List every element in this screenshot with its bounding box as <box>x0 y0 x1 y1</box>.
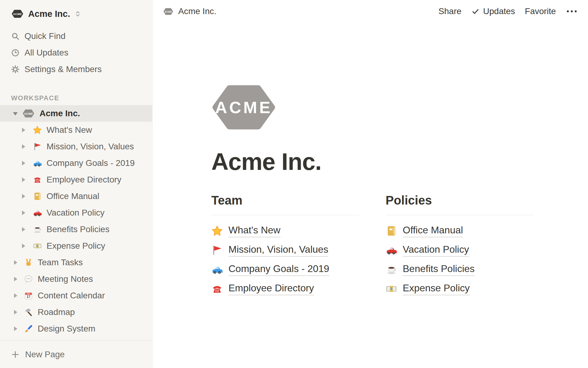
sidebar-page-benefits-policies[interactable]: Benefits Policies <box>0 221 152 238</box>
svg-text:ACME: ACME <box>13 13 22 16</box>
sidebar-page-label: Roadmap <box>38 307 75 317</box>
sidebar-page-employee-directory[interactable]: Employee Directory <box>0 171 152 188</box>
sidebar-item-settings-members[interactable]: Settings & Members <box>0 61 152 78</box>
sidebar-page-acme-inc[interactable]: ACME Acme Inc. <box>0 105 152 122</box>
calendar-icon: JUL 17 <box>24 291 33 300</box>
triangle-right-icon[interactable] <box>19 225 28 234</box>
section-team: Team What's New Mission, Vision, Values … <box>211 194 359 299</box>
triangle-right-icon[interactable] <box>19 175 28 184</box>
sidebar: ACME Acme Inc. Quick Find All Updates Se… <box>0 0 153 368</box>
page-title[interactable]: Acme Inc. <box>211 149 588 174</box>
page-link-mission-vision-values[interactable]: Mission, Vision, Values <box>211 241 359 260</box>
triangle-right-icon[interactable] <box>11 324 20 333</box>
page-content: ACME Acme Inc. Team What's New Mission, … <box>153 23 588 368</box>
page-link-expense-policy[interactable]: $ Expense Policy <box>386 279 533 299</box>
workspace-switcher[interactable]: ACME Acme Inc. <box>0 6 152 21</box>
page-columns: Team What's New Mission, Vision, Values … <box>211 194 588 299</box>
sidebar-menu: Quick Find All Updates Settings & Member… <box>0 28 152 78</box>
page-link-label: Expense Policy <box>403 282 470 295</box>
notion-app: { "colors": { "sidebar_bg": "#F7F6F3", "… <box>0 0 588 368</box>
svg-text:$: $ <box>391 288 392 291</box>
sidebar-page-label: What's New <box>47 125 92 135</box>
svg-text:17: 17 <box>27 295 30 298</box>
sidebar-page-vacation-policy[interactable]: Vacation Policy <box>0 205 152 221</box>
triangle-down-icon[interactable] <box>11 109 20 118</box>
sidebar-page-label: Expense Policy <box>47 241 105 251</box>
topbar-actions: Share Updates Favorite <box>439 6 578 16</box>
car-blue-icon <box>33 159 42 168</box>
page-link-label: Mission, Vision, Values <box>228 244 328 257</box>
victory-hand-icon <box>24 258 33 267</box>
sidebar-page-mission-vision-values[interactable]: Mission, Vision, Values <box>0 138 152 155</box>
sidebar-page-office-manual[interactable]: Office Manual <box>0 188 152 205</box>
gear-icon <box>11 65 20 74</box>
page-link-benefits-policies[interactable]: Benefits Policies <box>386 260 533 279</box>
page-link-label: Office Manual <box>403 224 463 237</box>
check-icon <box>471 7 480 16</box>
page-link-label: Vacation Policy <box>403 244 469 257</box>
sidebar-page-what-s-new[interactable]: What's New <box>0 122 152 138</box>
breadcrumb[interactable]: ACME Acme Inc. <box>163 6 216 16</box>
section-links: Office Manual Vacation Policy Benefits P… <box>386 221 533 299</box>
money-icon: $ <box>33 241 42 251</box>
page-link-label: Company Goals - 2019 <box>228 263 329 276</box>
sidebar-item-all-updates[interactable]: All Updates <box>0 44 152 61</box>
sidebar-page-label: Meeting Notes <box>38 274 93 284</box>
favorite-button[interactable]: Favorite <box>525 6 556 16</box>
page-link-office-manual[interactable]: Office Manual <box>386 221 533 241</box>
triangle-right-icon[interactable] <box>19 192 28 201</box>
section-heading: Team <box>211 194 359 215</box>
paintbrush-icon <box>24 324 33 333</box>
sidebar-page-roadmap[interactable]: Roadmap <box>0 304 152 320</box>
sidebar-item-quick-find[interactable]: Quick Find <box>0 28 152 44</box>
sidebar-item-label: Quick Find <box>24 31 66 41</box>
triangle-right-icon[interactable] <box>11 291 20 300</box>
share-button[interactable]: Share <box>439 6 462 16</box>
svg-text:JUL: JUL <box>27 293 30 294</box>
speech-balloon-icon <box>24 274 33 284</box>
sidebar-page-label: Benefits Policies <box>47 224 109 234</box>
acme-logo-icon: ACME <box>11 9 24 19</box>
page-link-label: Employee Directory <box>228 282 314 295</box>
new-page-label: New Page <box>25 350 65 359</box>
sidebar-page-label: Office Manual <box>47 191 99 201</box>
flag-icon <box>211 244 223 256</box>
triangle-right-icon[interactable] <box>19 126 28 134</box>
new-page-button[interactable]: New Page <box>0 340 152 368</box>
sidebar-item-label: All Updates <box>24 48 68 58</box>
section-heading: Policies <box>386 194 533 215</box>
triangle-right-icon[interactable] <box>19 142 28 151</box>
updates-label: Updates <box>483 6 515 16</box>
page-link-company-goals-2019[interactable]: Company Goals - 2019 <box>211 260 359 279</box>
car-blue-icon <box>211 264 223 275</box>
page-link-what-s-new[interactable]: What's New <box>211 221 359 241</box>
sidebar-page-company-goals-2019[interactable]: Company Goals - 2019 <box>0 155 152 171</box>
sidebar-page-meeting-notes[interactable]: Meeting Notes <box>0 271 152 287</box>
sidebar-page-label: Mission, Vision, Values <box>47 142 134 151</box>
search-icon <box>11 32 20 40</box>
sidebar-page-expense-policy[interactable]: $ Expense Policy <box>0 238 152 254</box>
updates-button[interactable]: Updates <box>471 6 515 16</box>
hammer-icon <box>24 308 33 317</box>
more-options-button[interactable] <box>566 7 578 16</box>
acme-logo-icon: ACME <box>163 7 174 16</box>
triangle-right-icon[interactable] <box>19 159 28 167</box>
sidebar-page-content-calendar[interactable]: JUL 17 Content Calendar <box>0 287 152 304</box>
sidebar-page-label: Vacation Policy <box>47 208 104 218</box>
triangle-right-icon[interactable] <box>11 275 20 283</box>
workspace-section-label: WORKSPACE <box>0 94 152 102</box>
notebook-icon <box>33 192 42 201</box>
sidebar-page-label: Design System <box>38 324 95 334</box>
sidebar-page-design-system[interactable]: Design System <box>0 320 152 337</box>
page-link-vacation-policy[interactable]: Vacation Policy <box>386 241 533 260</box>
triangle-right-icon[interactable] <box>11 308 20 316</box>
triangle-right-icon[interactable] <box>19 209 28 217</box>
page-link-employee-directory[interactable]: Employee Directory <box>211 279 359 299</box>
breadcrumb-label: Acme Inc. <box>178 6 216 16</box>
triangle-right-icon[interactable] <box>19 242 28 250</box>
sidebar-page-team-tasks[interactable]: Team Tasks <box>0 254 152 271</box>
triangle-right-icon[interactable] <box>11 258 20 267</box>
sidebar-page-label: Team Tasks <box>38 258 83 267</box>
page-icon[interactable]: ACME <box>211 83 276 132</box>
page-link-label: Benefits Policies <box>403 263 475 276</box>
